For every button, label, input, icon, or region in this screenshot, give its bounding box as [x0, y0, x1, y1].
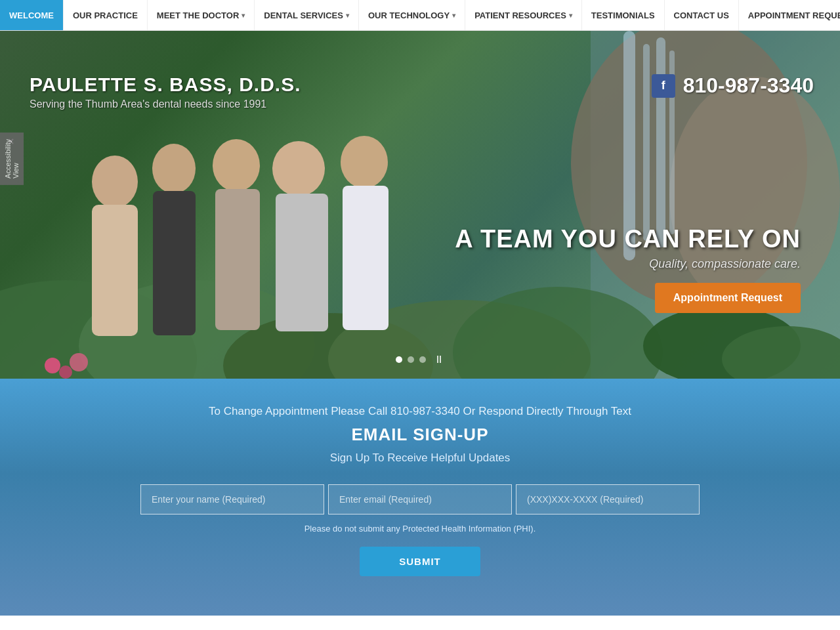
practice-tagline: Serving the Thumb Area's dental needs si… — [30, 98, 301, 110]
nav-dental-services[interactable]: DENTAL SERVICES ▾ — [255, 0, 359, 30]
nav-our-technology[interactable]: OUR TECHNOLOGY ▾ — [359, 0, 465, 30]
carousel-pause-button[interactable]: ⏸ — [434, 354, 444, 366]
svg-rect-19 — [215, 189, 260, 330]
hero-cta-title: A TEAM YOU CAN RELY ON — [455, 225, 801, 253]
main-nav: WELCOME OUR PRACTICE MEET THE DOCTOR ▾ D… — [0, 0, 840, 31]
nav-meet-the-doctor[interactable]: MEET THE DOCTOR ▾ — [148, 0, 255, 30]
svg-rect-21 — [276, 194, 328, 331]
hero-right-block: f 810-987-3340 — [652, 74, 814, 98]
hero-appointment-button[interactable]: Appointment Request — [655, 283, 801, 313]
carousel-dot-2[interactable] — [408, 356, 414, 363]
svg-point-14 — [92, 156, 138, 208]
submit-button[interactable]: SUBMIT — [360, 547, 480, 576]
carousel-dot-3[interactable] — [419, 356, 426, 363]
facebook-button[interactable]: f — [652, 74, 675, 98]
chevron-down-icon: ▾ — [346, 12, 349, 19]
hero-phone-number: 810-987-3340 — [683, 74, 814, 98]
nav-our-practice[interactable]: OUR PRACTICE — [64, 0, 148, 30]
email-signup-title: EMAIL SIGN-UP — [13, 425, 827, 445]
phone-input[interactable] — [516, 484, 700, 514]
svg-point-16 — [152, 144, 196, 194]
email-signup-section: To Change Appointment Please Call 810-98… — [0, 379, 840, 616]
nav-appointment-request[interactable]: APPOINTMENT REQUEST — [739, 0, 840, 30]
chevron-down-icon: ▾ — [452, 12, 455, 19]
svg-rect-23 — [343, 186, 388, 330]
nav-testimonials[interactable]: TESTIMONIALS — [582, 0, 665, 30]
svg-point-24 — [45, 358, 60, 373]
chevron-down-icon: ▾ — [569, 12, 572, 19]
svg-point-26 — [70, 353, 88, 371]
hero-title-block: PAULETTE S. BASS, D.D.S. Serving the Thu… — [30, 74, 301, 110]
svg-point-22 — [341, 136, 388, 188]
email-input[interactable] — [328, 484, 512, 514]
appointment-text: To Change Appointment Please Call 810-98… — [13, 405, 827, 418]
carousel-controls: ⏸ — [396, 354, 444, 366]
signup-subtitle: Sign Up To Receive Helpful Updates — [13, 452, 827, 465]
accessibility-view-tab[interactable]: Accessibility View — [0, 133, 24, 185]
svg-point-18 — [213, 139, 260, 192]
svg-rect-15 — [92, 205, 138, 336]
carousel-dot-1[interactable] — [396, 356, 402, 363]
practice-name: PAULETTE S. BASS, D.D.S. — [30, 74, 301, 96]
phi-notice: Please do not submit any Protected Healt… — [13, 524, 827, 534]
name-input[interactable] — [140, 484, 324, 514]
svg-point-25 — [59, 366, 72, 379]
hero-cta-subtitle: Quality, compassionate care. — [455, 257, 801, 271]
chevron-down-icon: ▾ — [242, 12, 245, 19]
nav-contact-us[interactable]: CONTACT US — [665, 0, 739, 30]
svg-point-20 — [272, 141, 325, 196]
signup-form-row — [13, 484, 827, 514]
hero-cta-block: A TEAM YOU CAN RELY ON Quality, compassi… — [455, 225, 801, 313]
hero-section: × Accessibility View PAULETTE S. BASS, D… — [0, 31, 840, 379]
svg-rect-4 — [643, 44, 650, 241]
nav-welcome[interactable]: WELCOME — [0, 0, 64, 30]
svg-rect-17 — [153, 191, 196, 335]
nav-patient-resources[interactable]: PATIENT RESOURCES ▾ — [465, 0, 582, 30]
svg-rect-5 — [656, 37, 665, 247]
